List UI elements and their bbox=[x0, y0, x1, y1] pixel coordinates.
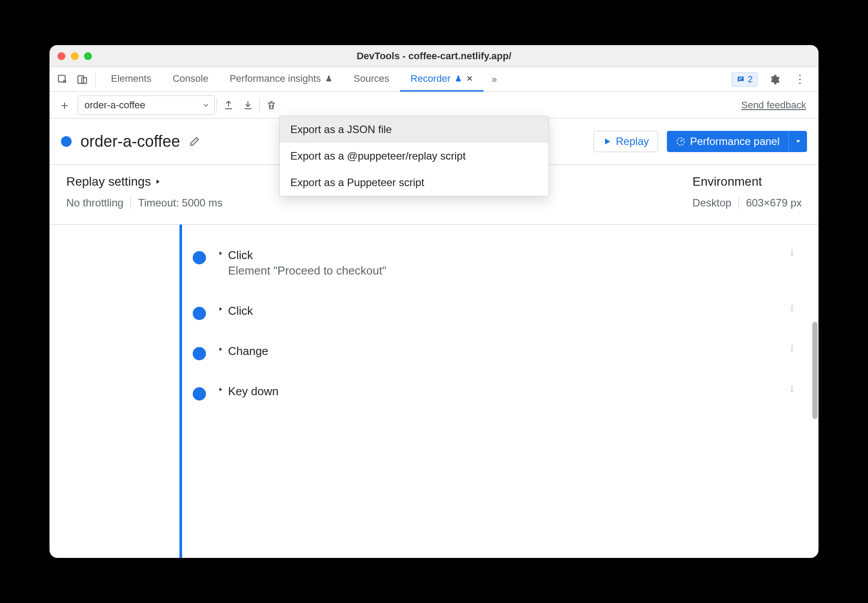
more-tabs-icon[interactable]: » bbox=[485, 71, 503, 88]
kebab-menu-icon[interactable]: ⋮ bbox=[791, 71, 809, 88]
step-title: Click bbox=[228, 248, 386, 262]
chevron-down-icon bbox=[202, 101, 210, 109]
titlebar: DevTools - coffee-cart.netlify.app/ bbox=[49, 45, 819, 67]
tab-label: Recorder bbox=[411, 73, 450, 84]
tab-performance-insights[interactable]: Performance insights bbox=[219, 67, 343, 92]
recording-select-value: order-a-coffee bbox=[84, 99, 145, 111]
tab-console[interactable]: Console bbox=[162, 67, 219, 92]
import-icon[interactable] bbox=[238, 95, 258, 115]
steps-timeline: Click Element "Proceed to checkout" ⋮ Cl… bbox=[49, 225, 819, 558]
step-row[interactable]: Click Element "Proceed to checkout" ⋮ bbox=[182, 242, 801, 298]
new-recording-button[interactable]: ＋ bbox=[55, 95, 74, 115]
close-tab-icon[interactable]: ✕ bbox=[466, 74, 473, 84]
settings-gear-icon[interactable] bbox=[765, 71, 783, 88]
devtools-window: DevTools - coffee-cart.netlify.app/ Elem… bbox=[49, 45, 819, 558]
window-title: DevTools - coffee-cart.netlify.app/ bbox=[49, 50, 819, 62]
replay-settings-heading[interactable]: Replay settings bbox=[66, 175, 223, 189]
replay-button[interactable]: Replay bbox=[594, 131, 659, 152]
step-row[interactable]: Key down ⋮ bbox=[182, 378, 801, 419]
recorder-toolbar: ＋ order-a-coffee Send feedback Export as… bbox=[49, 92, 819, 118]
divider bbox=[739, 197, 739, 209]
step-detail: Element "Proceed to checkout" bbox=[228, 264, 386, 278]
throttling-value: No throttling bbox=[66, 197, 123, 209]
tabbar: Elements Console Performance insights So… bbox=[49, 67, 819, 92]
step-dot bbox=[193, 307, 206, 320]
caret-right-icon bbox=[217, 306, 224, 312]
triangle-down-icon bbox=[795, 138, 802, 145]
toolbar-right: 2 ⋮ bbox=[731, 71, 814, 88]
tab-label: Sources bbox=[354, 73, 389, 84]
send-feedback-link[interactable]: Send feedback bbox=[741, 99, 806, 111]
recording-status-dot bbox=[61, 136, 72, 147]
tab-recorder[interactable]: Recorder ✕ bbox=[400, 67, 483, 92]
replay-settings-label: Replay settings bbox=[66, 175, 151, 189]
step-row[interactable]: Click ⋮ bbox=[182, 298, 801, 338]
caret-right-icon bbox=[154, 178, 161, 185]
step-dot bbox=[193, 347, 206, 360]
step-title: Click bbox=[228, 304, 253, 318]
play-icon bbox=[603, 137, 612, 146]
dimensions-value: 603×679 px bbox=[746, 197, 802, 209]
gauge-icon bbox=[676, 137, 685, 146]
export-menu-item[interactable]: Export as a Puppeteer script bbox=[280, 169, 548, 196]
step-title: Change bbox=[228, 344, 268, 358]
environment-settings: Environment Desktop 603×679 px bbox=[693, 175, 802, 209]
scrollbar-thumb[interactable] bbox=[812, 322, 818, 419]
export-menu-item[interactable]: Export as a @puppeteer/replay script bbox=[280, 143, 548, 169]
tab-label: Console bbox=[173, 73, 209, 84]
tab-label: Elements bbox=[111, 73, 152, 84]
export-menu: Export as a JSON file Export as a @puppe… bbox=[279, 116, 549, 196]
caret-right-icon bbox=[217, 386, 224, 393]
replay-label: Replay bbox=[616, 135, 649, 148]
flask-icon bbox=[325, 74, 332, 83]
environment-heading: Environment bbox=[693, 175, 802, 189]
step-more-icon[interactable]: ⋮ bbox=[788, 248, 796, 257]
svg-rect-2 bbox=[82, 77, 87, 83]
chat-icon bbox=[736, 75, 745, 84]
step-row[interactable]: Change ⋮ bbox=[182, 338, 801, 378]
edit-title-icon[interactable] bbox=[189, 136, 200, 147]
performance-panel-button[interactable]: Performance panel bbox=[667, 131, 788, 152]
step-more-icon[interactable]: ⋮ bbox=[788, 385, 796, 393]
recording-title: order-a-coffee bbox=[80, 132, 180, 151]
device-value: Desktop bbox=[693, 197, 731, 209]
timeout-value: Timeout: 5000 ms bbox=[138, 197, 222, 209]
tab-sources[interactable]: Sources bbox=[343, 67, 400, 92]
step-dot bbox=[193, 387, 206, 401]
scrollbar[interactable] bbox=[811, 225, 819, 558]
tab-elements[interactable]: Elements bbox=[100, 67, 162, 92]
svg-rect-1 bbox=[78, 76, 84, 83]
export-menu-item[interactable]: Export as a JSON file bbox=[280, 116, 548, 143]
issues-badge[interactable]: 2 bbox=[731, 72, 758, 87]
panel-tabs: Elements Console Performance insights So… bbox=[100, 67, 483, 92]
tab-label: Performance insights bbox=[229, 73, 321, 84]
divider bbox=[95, 72, 96, 88]
perf-label: Performance panel bbox=[690, 135, 780, 148]
delete-icon[interactable] bbox=[262, 95, 281, 115]
device-toolbar-icon[interactable] bbox=[73, 71, 91, 88]
divider bbox=[130, 197, 131, 209]
flask-icon bbox=[455, 74, 462, 83]
export-icon[interactable] bbox=[219, 95, 238, 115]
step-title: Key down bbox=[228, 385, 278, 398]
replay-settings: Replay settings No throttling Timeout: 5… bbox=[66, 175, 223, 209]
step-more-icon[interactable]: ⋮ bbox=[788, 344, 796, 353]
caret-right-icon bbox=[217, 250, 224, 256]
step-more-icon[interactable]: ⋮ bbox=[788, 304, 796, 313]
step-dot bbox=[193, 251, 206, 264]
recording-select[interactable]: order-a-coffee bbox=[78, 95, 215, 115]
caret-right-icon bbox=[217, 346, 224, 352]
issues-count: 2 bbox=[748, 74, 753, 84]
performance-panel-split-button[interactable] bbox=[788, 131, 807, 152]
inspect-element-icon[interactable] bbox=[54, 71, 72, 88]
